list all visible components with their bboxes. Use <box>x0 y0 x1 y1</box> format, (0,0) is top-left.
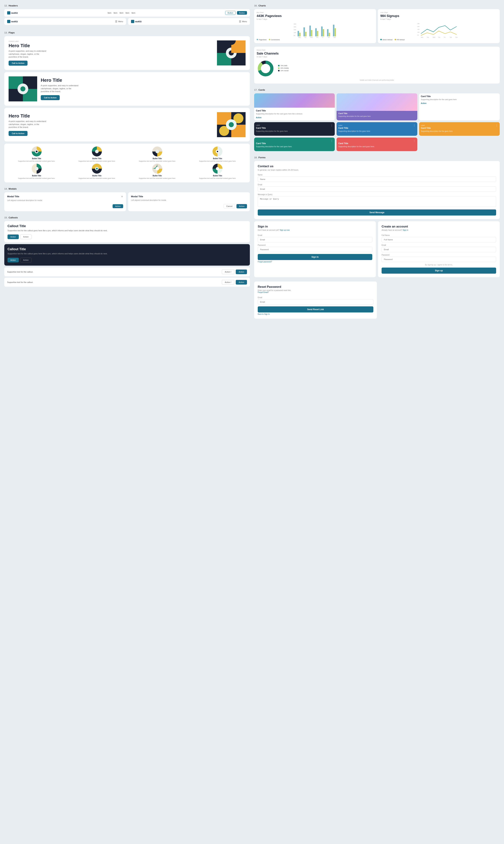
nav-item-2[interactable]: Item <box>114 12 118 14</box>
svg-text:Sat: Sat <box>450 37 452 38</box>
callouts-section: 15. Callouts Callout Title Supportive te… <box>4 216 250 287</box>
back-signin-link[interactable]: Back to Sign In <box>258 313 373 315</box>
donut-svg <box>257 59 274 77</box>
flap-cta-3[interactable]: Call to Action <box>8 131 28 136</box>
reset-btn[interactable]: Send Reset Link <box>258 306 373 313</box>
nav-item-4[interactable]: Item <box>125 12 129 14</box>
card-item-2: Card Title Supporting description for th… <box>337 93 417 120</box>
email-input[interactable] <box>258 186 496 192</box>
callout-primary-btn-1[interactable]: Action <box>7 234 19 239</box>
forgot-password-link[interactable]: Forgot password? <box>258 261 372 263</box>
nav-item-1[interactable]: Item <box>108 12 111 14</box>
callout-inline-fill-2[interactable]: Action <box>236 280 247 284</box>
svg-point-27 <box>229 122 234 127</box>
signup-btn[interactable]: Sign up <box>382 267 496 274</box>
reset-password-form-card: Reset Password Enter your email for a pa… <box>254 282 377 319</box>
callout-actions-light: Action Action <box>7 234 247 239</box>
callout-inline-ghost-1[interactable]: Action ! <box>222 269 234 274</box>
name-input[interactable] <box>258 177 496 182</box>
callout-card-light: Callout Title Supportive text for the ca… <box>4 221 250 243</box>
bullet-grid: Bullet Title Supportive text and the ess… <box>4 144 250 182</box>
signin-btn[interactable]: Sign In <box>258 254 372 260</box>
donut-chart-card: Donut Chart Sale Channels In last 7 days <box>254 47 500 84</box>
svg-text:50: 50 <box>417 35 419 36</box>
modal-cancel-btn[interactable]: Cancel <box>223 204 235 208</box>
callout-secondary-btn-1[interactable]: Action <box>20 234 32 239</box>
callout-actions-dark: Action Action <box>7 258 247 262</box>
flap-text-3: Hero Title A quick supportive, and easy … <box>8 113 217 136</box>
header-btn-primary[interactable]: Button <box>237 11 247 15</box>
line-chart-svg: 250 200 150 100 50 Mon Tue Wed Thu Fri <box>380 22 497 38</box>
modal-close-btn[interactable]: ✕ <box>121 195 123 198</box>
svg-point-44 <box>156 167 159 171</box>
bullet-circle-8 <box>213 164 222 174</box>
hamburger-2b[interactable]: ☰ Menu <box>239 20 247 23</box>
card-menu-7[interactable]: ⋮ <box>330 139 333 142</box>
modal-action-btn-2[interactable]: Action <box>236 204 247 208</box>
nav-item-5[interactable]: Item <box>131 12 135 14</box>
nav-item-3[interactable]: Item <box>120 12 123 14</box>
bullet-circle-7 <box>152 164 162 174</box>
card-menu-8[interactable]: ⋮ <box>413 139 416 142</box>
send-message-btn[interactable]: Send Message <box>258 209 496 215</box>
flap-cta-2[interactable]: Call to Action <box>41 95 60 100</box>
card-menu-4[interactable]: ⋮ <box>330 124 333 127</box>
signin-email-input[interactable] <box>258 237 372 242</box>
hamburger-icon-2b: ☰ <box>239 20 241 23</box>
callout-inline-ghost-2[interactable]: Action ! <box>222 280 234 284</box>
svg-text:Fri: Fri <box>322 37 323 38</box>
svg-text:Last: Last <box>333 37 336 38</box>
reset-email-input[interactable] <box>258 299 373 304</box>
create-account-form-card: Create an account Already have an accoun… <box>378 221 500 277</box>
hamburger-2a[interactable]: ☰ Menu <box>115 20 123 23</box>
logo-icon-1 <box>7 11 11 15</box>
flap-art-1 <box>217 40 246 66</box>
card-item-3: Card Title Supporting description for th… <box>419 93 500 120</box>
bullet-circle-2 <box>92 146 102 157</box>
signup-link[interactable]: Sign up now <box>280 229 290 231</box>
svg-text:10K: 10K <box>294 32 296 33</box>
svg-rect-62 <box>327 29 328 36</box>
flap-cta-1[interactable]: Call to Action <box>8 60 28 66</box>
bullet-circle-1 <box>32 146 42 157</box>
header-logo-1: revKit <box>7 11 18 15</box>
card-img-1 <box>254 93 335 108</box>
svg-rect-54 <box>304 28 305 36</box>
create-email-input[interactable] <box>382 247 496 252</box>
line-chart-card: Line Chart 984 Signups In last 7 days 25… <box>378 9 500 43</box>
message-textarea[interactable] <box>258 196 496 207</box>
signin-sub: Don't have an account yet? Sign up now <box>258 229 372 231</box>
svg-text:Thu: Thu <box>438 37 440 38</box>
flap-text-2: Hero Title A quick supportive, and easy … <box>37 77 246 100</box>
card-action-1[interactable]: Action <box>256 117 333 119</box>
bar-chart-card: Bar Chart 443K Pageviews In last 7 days … <box>254 9 376 43</box>
bullet-circle-3 <box>152 146 162 157</box>
reset-forgot-link[interactable]: Forgot Email? <box>258 291 269 293</box>
svg-text:30K: 30K <box>294 26 296 28</box>
header-nav-1: Item Item Item Item Item <box>108 12 135 14</box>
header-actions-1: Button Button <box>225 11 247 15</box>
signin-password-input[interactable] <box>258 247 372 252</box>
svg-rect-65 <box>335 28 336 36</box>
header-demo-2b: revKit ☰ Menu <box>128 18 250 25</box>
svg-point-32 <box>95 150 98 153</box>
card-menu-6[interactable]: ⋮ <box>496 124 498 127</box>
card-item-5: Label ⋮ Card Title Supporting descriptio… <box>337 122 417 136</box>
bullet-item-6: Bullet Title Supportive text and the ess… <box>68 164 127 179</box>
charts-section: 16. Charts Bar Chart 443K Pageviews In l… <box>254 4 500 84</box>
modal-action-btn-1[interactable]: Action <box>113 204 123 208</box>
create-signin-link[interactable]: Sign in <box>403 229 408 231</box>
header-btn-outline[interactable]: Button <box>225 11 236 15</box>
callout-primary-btn-2[interactable]: Action <box>7 258 19 262</box>
flap-card-2: Hero Title A quick supportive, and easy … <box>4 72 250 106</box>
create-password-input[interactable] <box>382 257 496 262</box>
card-item-8: ⋮ Card Title Supporting description for … <box>337 138 417 151</box>
section-12-label: 12. Headers <box>4 4 250 7</box>
fullname-input[interactable] <box>382 237 496 242</box>
bullet-grid-card: Bullet Title Supportive text and the ess… <box>4 144 250 182</box>
card-action-3[interactable]: Action <box>421 102 498 104</box>
card-menu-5[interactable]: ⋮ <box>413 124 416 127</box>
callout-inline-fill-1[interactable]: Action <box>236 269 247 274</box>
callout-secondary-btn-2[interactable]: Action <box>20 258 32 262</box>
header-demo-2a: revKit ☰ Menu <box>4 18 126 25</box>
